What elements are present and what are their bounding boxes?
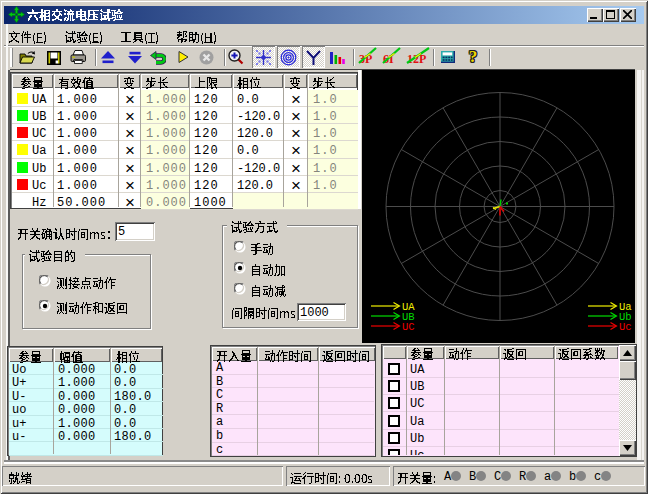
svg-text:Uc: Uc xyxy=(619,321,632,333)
svg-text:UC: UC xyxy=(402,321,415,333)
